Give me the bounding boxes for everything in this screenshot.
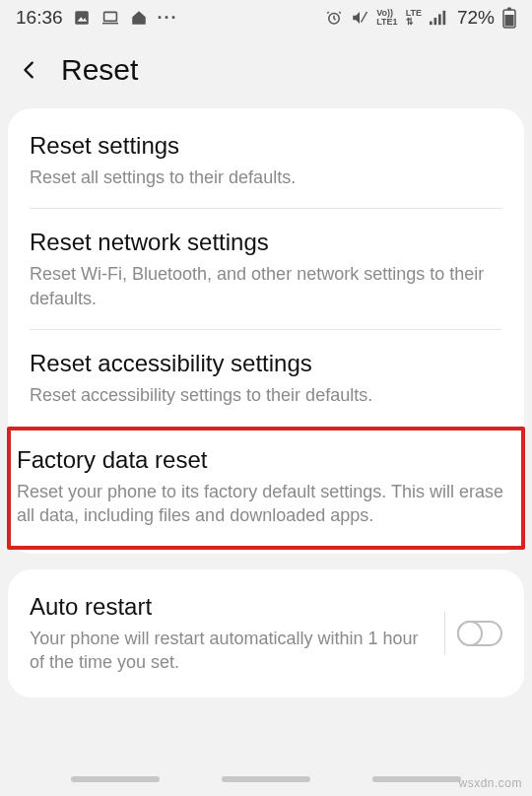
auto-restart-card: Auto restart Your phone will restart aut… (8, 569, 524, 698)
watermark: wsxdn.com (458, 776, 522, 790)
svg-rect-0 (75, 11, 89, 25)
auto-restart-toggle[interactable] (457, 621, 502, 646)
back-button[interactable] (16, 56, 43, 84)
reset-settings-item[interactable]: Reset settings Reset all settings to the… (8, 112, 524, 209)
svg-rect-11 (505, 15, 514, 27)
svg-rect-10 (507, 8, 511, 11)
gallery-icon (73, 9, 91, 27)
divider (444, 612, 445, 655)
item-desc: Reset accessibility settings to their de… (30, 383, 502, 407)
svg-rect-5 (430, 22, 432, 26)
lte-icon: LTE⇅ (406, 9, 422, 27)
home-icon (130, 9, 148, 27)
reset-options-card: Reset settings Reset all settings to the… (8, 108, 524, 554)
page-title: Reset (61, 53, 138, 87)
nav-back[interactable] (372, 776, 461, 782)
nav-home[interactable] (222, 776, 310, 782)
battery-icon (502, 7, 516, 29)
item-title: Reset network settings (30, 229, 502, 256)
svg-rect-7 (438, 14, 441, 25)
item-title: Reset accessibility settings (30, 350, 502, 377)
toggle-knob (457, 621, 483, 646)
reset-accessibility-item[interactable]: Reset accessibility settings Reset acces… (8, 330, 524, 427)
mute-icon (351, 9, 368, 27)
status-bar: 16:36 ··· Vo))LTE1 LTE⇅ 72% (0, 0, 532, 35)
nav-recents[interactable] (71, 776, 160, 782)
svg-rect-6 (433, 18, 436, 25)
reset-network-item[interactable]: Reset network settings Reset Wi-Fi, Blue… (8, 209, 524, 330)
item-desc: Reset your phone to its factory default … (17, 480, 503, 528)
header: Reset (0, 35, 532, 108)
battery-percent: 72% (457, 7, 495, 29)
status-right: Vo))LTE1 LTE⇅ 72% (325, 7, 516, 29)
signal-icon (430, 10, 447, 26)
svg-rect-2 (103, 12, 116, 21)
item-desc: Your phone will restart automatically wi… (30, 627, 432, 675)
item-title: Auto restart (30, 593, 432, 621)
status-left: 16:36 ··· (16, 7, 178, 29)
item-title: Factory data reset (17, 446, 503, 474)
item-title: Reset settings (30, 132, 502, 160)
status-time: 16:36 (16, 7, 63, 29)
nav-bar (0, 776, 532, 782)
item-desc: Reset all settings to their defaults. (30, 166, 502, 189)
svg-line-4 (362, 12, 367, 23)
auto-restart-item[interactable]: Auto restart Your phone will restart aut… (8, 573, 524, 695)
alarm-icon (325, 9, 343, 27)
item-desc: Reset Wi-Fi, Bluetooth, and other networ… (30, 262, 502, 310)
svg-rect-8 (442, 11, 445, 25)
more-icon: ··· (158, 8, 178, 29)
volte-icon: Vo))LTE1 (376, 9, 397, 27)
factory-reset-highlight: Factory data reset Reset your phone to i… (7, 427, 525, 550)
factory-reset-item[interactable]: Factory data reset Reset your phone to i… (11, 431, 521, 546)
laptop-icon (100, 10, 120, 26)
